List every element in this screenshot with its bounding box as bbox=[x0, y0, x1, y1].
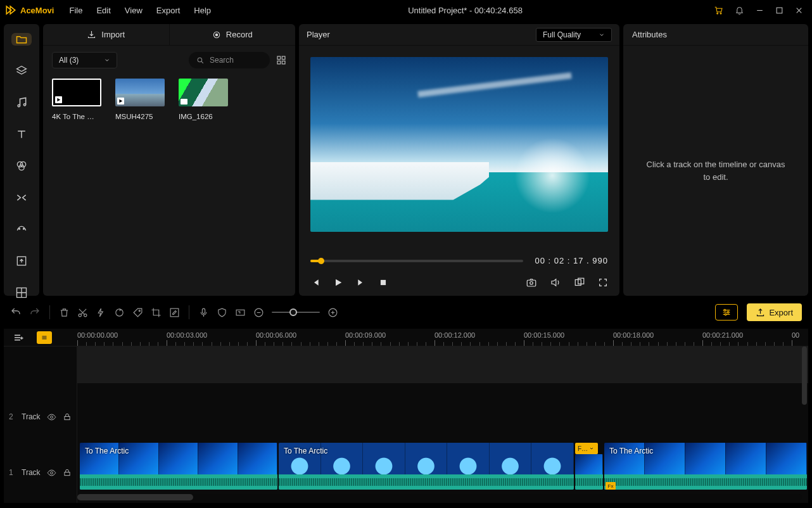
empty-lane[interactable] bbox=[77, 346, 808, 383]
text-icon bbox=[15, 128, 28, 141]
export-button[interactable]: Export bbox=[747, 303, 802, 321]
time-ruler[interactable]: 00:00:00.000 00:00:03.000 00:00:06.000 0… bbox=[77, 329, 808, 346]
eye-icon[interactable] bbox=[47, 412, 56, 422]
progress-knob[interactable] bbox=[318, 258, 324, 264]
nav-layers[interactable] bbox=[11, 65, 32, 77]
rotate-icon[interactable] bbox=[114, 307, 125, 318]
playhead-marker[interactable] bbox=[37, 331, 52, 344]
fullscreen-icon[interactable] bbox=[598, 277, 608, 288]
media-panel: Import Record All (3) Search bbox=[43, 24, 295, 296]
prev-frame-icon[interactable] bbox=[310, 277, 320, 288]
stop-icon[interactable] bbox=[379, 278, 388, 287]
track-lane-2[interactable] bbox=[77, 386, 808, 429]
zoom-knob[interactable] bbox=[289, 308, 297, 316]
media-thumb[interactable] bbox=[115, 79, 165, 106]
clip[interactable]: To The Arctic bbox=[80, 443, 277, 490]
zoom-out-icon[interactable] bbox=[253, 307, 264, 318]
nav-filters[interactable] bbox=[11, 160, 32, 172]
snapshot-icon[interactable] bbox=[526, 277, 537, 288]
quality-select[interactable]: Full Quality bbox=[536, 28, 612, 42]
separator bbox=[49, 305, 50, 319]
edit-icon[interactable] bbox=[169, 307, 180, 318]
scroll-thumb[interactable] bbox=[77, 494, 193, 500]
track-name: Track bbox=[22, 412, 41, 421]
nav-audio[interactable] bbox=[11, 96, 32, 109]
close-icon[interactable] bbox=[795, 6, 803, 15]
preview-area[interactable] bbox=[310, 57, 608, 241]
media-thumb[interactable] bbox=[179, 79, 228, 106]
progress-track[interactable] bbox=[310, 260, 523, 262]
play-icon[interactable] bbox=[333, 277, 343, 288]
minimize-icon[interactable] bbox=[756, 6, 764, 15]
transitions-icon bbox=[15, 191, 28, 204]
trash-icon[interactable] bbox=[59, 307, 70, 318]
media-item[interactable]: IMG_1626 bbox=[179, 79, 229, 120]
tab-import[interactable]: Import bbox=[43, 24, 169, 45]
folder-icon bbox=[15, 33, 28, 46]
speed-icon[interactable] bbox=[96, 307, 106, 318]
svg-point-8 bbox=[19, 228, 20, 229]
nav-split[interactable] bbox=[11, 286, 32, 299]
mic-icon[interactable] bbox=[198, 307, 209, 318]
quality-label: Full Quality bbox=[543, 30, 581, 39]
cut-icon[interactable] bbox=[77, 307, 88, 318]
bell-icon[interactable] bbox=[735, 6, 744, 15]
horizontal-scrollbar[interactable] bbox=[77, 494, 802, 500]
volume-icon[interactable] bbox=[550, 277, 561, 288]
chevron-down-icon bbox=[104, 57, 110, 63]
media-item[interactable]: MSUH4275 bbox=[115, 79, 166, 120]
maximize-icon[interactable] bbox=[775, 6, 783, 15]
play-badge-icon bbox=[117, 98, 124, 105]
next-frame-icon[interactable] bbox=[356, 277, 366, 288]
media-item[interactable]: 4K To The … bbox=[52, 79, 103, 120]
media-search[interactable]: Search bbox=[189, 52, 270, 68]
player-panel: Player Full Quality 00 : 02 : 17 . 990 bbox=[299, 24, 619, 296]
menu-file[interactable]: File bbox=[63, 3, 89, 18]
decoration bbox=[514, 137, 590, 213]
grid-view-icon[interactable] bbox=[276, 55, 286, 65]
media-filter[interactable]: All (3) bbox=[52, 52, 117, 68]
fx-badge[interactable]: Fx bbox=[606, 482, 616, 490]
scroll-thumb[interactable] bbox=[802, 346, 807, 405]
aspect-icon[interactable] bbox=[235, 307, 246, 318]
nav-text[interactable] bbox=[11, 128, 32, 141]
track-options-icon[interactable] bbox=[13, 332, 24, 343]
fx-chip[interactable]: F… bbox=[575, 443, 598, 454]
media-thumb[interactable] bbox=[52, 79, 101, 106]
separator bbox=[189, 305, 189, 319]
timeline-settings[interactable] bbox=[715, 304, 738, 321]
lock-icon[interactable] bbox=[63, 468, 72, 477]
nav-media[interactable] bbox=[11, 33, 32, 46]
vertical-scrollbar[interactable] bbox=[802, 346, 807, 493]
clip[interactable]: To The Arctic bbox=[604, 443, 807, 490]
zoom-in-icon[interactable] bbox=[327, 307, 338, 318]
menu-edit[interactable]: Edit bbox=[90, 3, 117, 18]
shield-icon[interactable] bbox=[217, 307, 227, 318]
player-progress[interactable]: 00 : 02 : 17 . 990 bbox=[310, 256, 608, 265]
track-lane-1[interactable]: To The Arctic To The Arctic F… To The Ar… bbox=[77, 441, 808, 491]
cart-icon[interactable] bbox=[713, 5, 723, 15]
crop-icon[interactable] bbox=[151, 307, 162, 318]
tab-record[interactable]: Record bbox=[169, 24, 296, 45]
eye-icon[interactable] bbox=[47, 468, 56, 478]
clip[interactable] bbox=[575, 454, 603, 490]
menu-help[interactable]: Help bbox=[187, 3, 217, 18]
zoom-slider[interactable] bbox=[272, 312, 320, 313]
undo-icon[interactable] bbox=[10, 307, 22, 318]
tag-icon[interactable] bbox=[132, 307, 143, 318]
lock-icon[interactable] bbox=[63, 412, 72, 421]
clip-title: To The Arctic bbox=[609, 447, 653, 455]
attributes-hint: Click a track on the timeline or canvas … bbox=[623, 46, 808, 296]
nav-animations[interactable] bbox=[11, 223, 32, 236]
tab-import-label: Import bbox=[101, 30, 125, 39]
menu-view[interactable]: View bbox=[118, 3, 149, 18]
clip[interactable]: To The Arctic bbox=[279, 443, 574, 490]
redo-icon[interactable] bbox=[29, 307, 41, 318]
svg-rect-16 bbox=[282, 56, 285, 60]
menu-export[interactable]: Export bbox=[150, 3, 187, 18]
nav-overlay[interactable] bbox=[11, 255, 32, 267]
preview-canvas[interactable] bbox=[310, 57, 608, 232]
compare-icon[interactable] bbox=[574, 277, 585, 288]
svg-point-9 bbox=[23, 228, 25, 229]
nav-transitions[interactable] bbox=[11, 191, 32, 204]
